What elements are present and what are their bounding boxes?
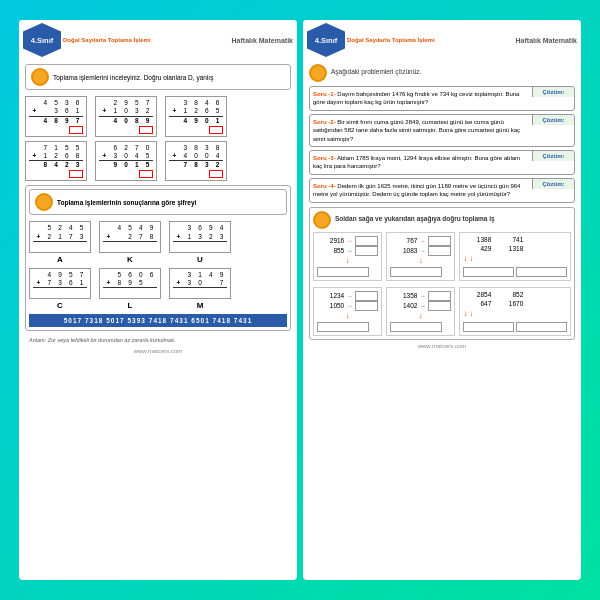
letter-a: A bbox=[29, 255, 91, 264]
code-m: 3149 +307 M bbox=[169, 268, 231, 310]
h-input-8[interactable] bbox=[428, 301, 451, 311]
add-box-6: 3838 +4004 7832 bbox=[165, 141, 227, 182]
h-result-7[interactable] bbox=[463, 322, 514, 332]
instruction-box: Toplama işlemlerini inceleyiniz. Doğru o… bbox=[25, 64, 291, 90]
code-row-2: 4957 +7361 C 5606 +895 bbox=[29, 268, 287, 310]
h-num-1234: 1234 bbox=[317, 292, 344, 299]
h-grid-row-1: 2916 → 855 → ↓ bbox=[313, 232, 571, 281]
addition-row-1: 4536 +361 4897 2957 +1032 4089 bbox=[25, 96, 291, 137]
ans-3[interactable] bbox=[209, 126, 223, 134]
ans-6[interactable] bbox=[209, 170, 223, 178]
cozum-2: Çözüm: bbox=[532, 115, 574, 125]
h-row-1-1: 2916 → bbox=[317, 236, 378, 246]
h-arrow-3: → bbox=[419, 237, 426, 244]
h-arrows-row: ↓ ↓ bbox=[463, 254, 567, 263]
problem-2-label: Soru -2- bbox=[313, 119, 336, 125]
h-result-5[interactable] bbox=[317, 322, 369, 332]
h-arrow-4: → bbox=[419, 247, 426, 254]
h-arrows-row-2: ↓ ↓ bbox=[463, 309, 567, 318]
h-down-2: ↓ bbox=[390, 256, 451, 265]
ans-2[interactable] bbox=[139, 126, 153, 134]
h-down-1: ↓ bbox=[317, 256, 378, 265]
cozum-1: Çözüm: bbox=[532, 87, 574, 97]
h-result-4[interactable] bbox=[516, 267, 567, 277]
h-num-1318: 1318 bbox=[495, 245, 523, 252]
h-result-6[interactable] bbox=[390, 322, 442, 332]
h-num-1402: 1402 bbox=[390, 302, 417, 309]
h-row-3-1: 1388 741 bbox=[463, 236, 567, 243]
letter-l: L bbox=[99, 301, 161, 310]
problem-1: Soru -1- Dayım bahçesinden 1476 kg fındı… bbox=[309, 86, 575, 111]
ans-5[interactable] bbox=[139, 170, 153, 178]
h-arrow-2: → bbox=[346, 247, 353, 254]
avatar-code bbox=[35, 193, 53, 211]
right-badge: 4.Sınıf bbox=[307, 23, 345, 57]
h-input-5[interactable] bbox=[355, 291, 378, 301]
right-header: 4.Sınıf Doğal Sayılarla Toplama İşlemi H… bbox=[303, 20, 581, 60]
instruction-text: Toplama işlemlerini inceleyiniz. Doğru o… bbox=[53, 74, 213, 81]
h-num-1083: 1083 bbox=[390, 247, 417, 254]
h-input-6[interactable] bbox=[355, 301, 378, 311]
problem-3-content: Ablam 1785 liraya mont, 1294 liraya elbi… bbox=[313, 155, 520, 169]
h-down-3: ↓ bbox=[463, 254, 467, 263]
problem-2-content: Bir simit fırını cuma günü 2849, cumarte… bbox=[313, 119, 520, 142]
h-result-2[interactable] bbox=[390, 267, 442, 277]
h-arrow-5: → bbox=[346, 292, 353, 299]
problem-2: Soru -2- Bir simit fırını cuma günü 2849… bbox=[309, 114, 575, 147]
letter-k: K bbox=[99, 255, 161, 264]
footer-note: Anlam: Zor veya tehlikeli bir durumdan a… bbox=[25, 335, 291, 345]
add-m: 3149 +307 bbox=[169, 268, 231, 299]
h-arrow-7: → bbox=[419, 292, 426, 299]
h-input-2[interactable] bbox=[355, 246, 378, 256]
h-down-4: ↓ bbox=[469, 254, 473, 263]
right-website: www.matcers.com bbox=[309, 340, 575, 352]
h-arrow-6: → bbox=[346, 302, 353, 309]
h-input-3[interactable] bbox=[428, 236, 451, 246]
h-input-4[interactable] bbox=[428, 246, 451, 256]
problem-3-text: Soru -3- Ablam 1785 liraya mont, 1294 li… bbox=[310, 151, 532, 174]
code-k: 4549 +278 K bbox=[99, 221, 161, 263]
add-box-1: 4536 +361 4897 bbox=[25, 96, 87, 137]
h-row-1-2: 855 → bbox=[317, 246, 378, 256]
h-set-1: 2916 → 855 → ↓ bbox=[313, 232, 382, 281]
problem-4-label: Soru -4- bbox=[313, 183, 336, 189]
h-results-row-2 bbox=[463, 320, 567, 332]
ans-4[interactable] bbox=[69, 170, 83, 178]
left-website: www.matcers.com bbox=[25, 345, 291, 357]
right-content: Aşağıdaki problemleri çözünüz. Soru -1- … bbox=[303, 60, 581, 356]
problem-4-text: Soru -4- Dedem ilk gün 1625 metre, ikinc… bbox=[310, 179, 532, 202]
code-row-1: 5245 +2173 A 4549 +278 bbox=[29, 221, 287, 263]
h-input-7[interactable] bbox=[428, 291, 451, 301]
avatar-right bbox=[309, 64, 327, 82]
avatar-left bbox=[31, 68, 49, 86]
problem-1-content: Dayım bahçesinden 1476 kg fındık ve 734 … bbox=[313, 91, 519, 105]
ans-1[interactable] bbox=[69, 126, 83, 134]
add-l: 5606 +895 bbox=[99, 268, 161, 299]
problem-1-label: Soru -1- bbox=[313, 91, 336, 97]
add-c: 4957 +7361 bbox=[29, 268, 91, 299]
h-arrow-8: → bbox=[419, 302, 426, 309]
problem-3-label: Soru -3- bbox=[313, 155, 336, 161]
add-box-4: 7155 +1268 8423 bbox=[25, 141, 87, 182]
h-set-3: 1388 741 429 1318 ↓ ↓ bbox=[459, 232, 571, 281]
avatar-horizontal bbox=[313, 211, 331, 229]
right-page: 4.Sınıf Doğal Sayılarla Toplama İşlemi H… bbox=[303, 20, 581, 580]
h-results-row bbox=[463, 265, 567, 277]
left-subtitle: Doğal Sayılarla Toplama İşlemi bbox=[63, 37, 151, 43]
problem-4-content: Dedem ilk gün 1625 metre, ikinci gün 118… bbox=[313, 183, 520, 197]
letter-u: U bbox=[169, 255, 231, 264]
right-subtitle: Doğal Sayılarla Toplama İşlemi bbox=[347, 37, 435, 43]
cozum-4: Çözüm: bbox=[532, 179, 574, 189]
problem-2-text: Soru -2- Bir simit fırını cuma günü 2849… bbox=[310, 115, 532, 146]
right-instruction-row: Aşağıdaki problemleri çözünüz. bbox=[309, 64, 575, 82]
h-result-3[interactable] bbox=[463, 267, 514, 277]
h-input-1[interactable] bbox=[355, 236, 378, 246]
left-page: 4.Sınıf Doğal Sayılarla Toplama İşlemi H… bbox=[19, 20, 297, 580]
h-set-2: 767 → 1083 → ↓ bbox=[386, 232, 455, 281]
add-box-3: 3846 +1265 4901 bbox=[165, 96, 227, 137]
problem-3: Soru -3- Ablam 1785 liraya mont, 1294 li… bbox=[309, 150, 575, 175]
h-set-6: 2854 852 647 1670 ↓ ↓ bbox=[459, 287, 571, 336]
h-result-1[interactable] bbox=[317, 267, 369, 277]
h-result-8[interactable] bbox=[516, 322, 567, 332]
h-row-2-2: 1083 → bbox=[390, 246, 451, 256]
